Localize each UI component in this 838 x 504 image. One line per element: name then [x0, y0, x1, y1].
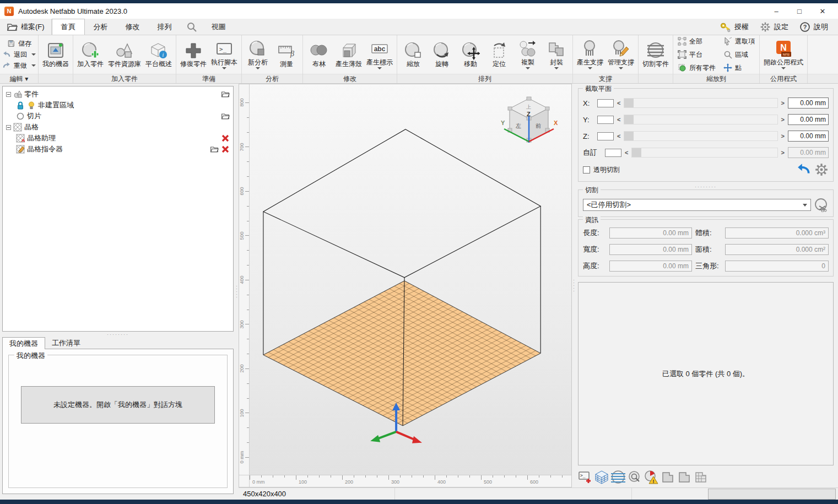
pack-tool-icon[interactable]	[661, 470, 675, 484]
new-analysis-dropdown-caret[interactable]	[256, 67, 260, 69]
clip-z-slider-thumb[interactable]	[624, 132, 634, 140]
redo-button[interactable]: 重做	[2, 61, 36, 71]
measure-button[interactable]: 測量	[273, 41, 300, 68]
tree-item-parts[interactable]: 零件	[4, 89, 232, 100]
tree-item-no-build-zone[interactable]: 非建置區域	[14, 100, 232, 111]
add-script-icon[interactable]	[578, 470, 592, 484]
clip-z-increment[interactable]: >	[781, 133, 785, 139]
tab-analysis[interactable]: 分析	[85, 19, 117, 35]
new-analysis-button[interactable]: 新分析	[244, 40, 272, 69]
undo-button[interactable]: 退回	[2, 50, 36, 59]
clip-x-slider[interactable]	[624, 98, 777, 108]
license-button[interactable]: 授權	[716, 21, 753, 32]
tab-home[interactable]: 首頁	[52, 19, 85, 35]
viewport-3d[interactable]: 8007006005004003002001000 mm	[239, 84, 572, 487]
maximize-button[interactable]: □	[788, 4, 810, 18]
execute-cut-icon[interactable]	[814, 198, 829, 212]
open-utility-dropdown-caret[interactable]	[781, 67, 786, 69]
pack-tool-alt-icon[interactable]	[677, 470, 691, 484]
clip-y-toggle[interactable]	[597, 116, 614, 124]
platform-overview-button[interactable]: 平台概述	[144, 41, 174, 68]
cube-face-front-label[interactable]: 前	[536, 123, 541, 129]
help-button[interactable]: 說明	[795, 21, 832, 32]
analysis-warning-icon[interactable]	[644, 470, 658, 484]
clip-custom-increment[interactable]: >	[781, 149, 785, 156]
create-label-dropdown-caret[interactable]	[377, 67, 382, 69]
tab-job-list[interactable]: 工作清單	[45, 337, 87, 349]
scene-canvas[interactable]: Y X 上 Z 左 前	[250, 84, 571, 475]
transparent-cut-checkbox[interactable]	[583, 166, 590, 174]
lock-icon[interactable]	[16, 101, 25, 110]
zoom-all-parts-button[interactable]: 所有零件	[678, 63, 716, 73]
tab-my-machines[interactable]: 我的機器	[2, 337, 45, 349]
clip-x-toggle[interactable]	[597, 99, 614, 107]
collapse-icon[interactable]	[6, 92, 11, 97]
minimize-button[interactable]: –	[765, 4, 787, 18]
inspect-zoom-icon[interactable]	[628, 470, 642, 484]
close-button[interactable]: ✕	[812, 4, 834, 18]
clip-custom-slider[interactable]	[631, 148, 777, 158]
setup-machine-button[interactable]: 未設定機器。開啟「我的機器」對話方塊	[21, 386, 215, 424]
file-menu-button[interactable]: 檔案(F)	[0, 19, 52, 35]
clip-x-decrement[interactable]: <	[617, 100, 620, 106]
cut-part-button[interactable]: 切割零件	[641, 41, 671, 68]
cut-mode-dropdown[interactable]: <已停用切割>	[583, 199, 811, 211]
zoom-region-button[interactable]: 區域	[723, 50, 755, 59]
manage-support-button[interactable]: 管理支撐	[606, 40, 636, 69]
open-utility-button[interactable]: 開啟公用程式	[762, 40, 805, 69]
manage-support-dropdown-caret[interactable]	[619, 67, 623, 69]
open-folder-icon[interactable]	[221, 90, 230, 99]
orient-button[interactable]: 定位	[485, 41, 513, 68]
slice-view-icon[interactable]	[611, 470, 625, 484]
part-library-button[interactable]: 零件資源庫	[106, 41, 143, 68]
undo-dropdown-caret[interactable]	[31, 53, 36, 56]
tree-item-lattice[interactable]: 晶格	[4, 122, 232, 133]
save-button[interactable]: 儲存	[7, 39, 31, 48]
clip-x-increment[interactable]: >	[781, 100, 785, 106]
rotate-button[interactable]: 旋轉	[428, 41, 456, 68]
create-shell-button[interactable]: 產生薄殼	[334, 41, 364, 68]
clip-custom-slider-thumb[interactable]	[632, 148, 641, 157]
redo-dropdown-caret[interactable]	[31, 64, 36, 67]
pack-dropdown-caret[interactable]	[554, 67, 559, 69]
add-part-button[interactable]: 加入零件	[75, 41, 105, 68]
clip-z-value[interactable]: 0.00 mm	[788, 131, 829, 142]
tab-view[interactable]: 視圖	[203, 19, 235, 35]
tab-arrange[interactable]: 排列	[149, 19, 181, 35]
bulb-icon[interactable]	[27, 101, 36, 110]
ribbon-search-button[interactable]	[181, 19, 203, 35]
delete-icon[interactable]	[221, 145, 230, 154]
create-label-button[interactable]: 產生標示	[365, 40, 394, 69]
settings-button[interactable]: 設定	[755, 21, 793, 32]
open-folder-icon[interactable]	[221, 112, 230, 121]
cube-face-top-label[interactable]: 上	[526, 104, 531, 110]
generate-support-button[interactable]: 產生支撐	[575, 40, 605, 69]
my-machines-button[interactable]: 我的機器	[41, 41, 71, 68]
tree-item-slices[interactable]: 切片	[14, 111, 232, 122]
clip-z-slider[interactable]	[624, 131, 777, 141]
clip-y-slider[interactable]	[624, 115, 777, 124]
lattice-cube-icon[interactable]	[594, 470, 609, 484]
clip-x-slider-thumb[interactable]	[624, 99, 634, 107]
zoom-selection-button[interactable]: 選取項	[723, 37, 755, 46]
zoom-point-button[interactable]: 點	[723, 63, 755, 73]
run-script-dropdown-caret[interactable]	[222, 67, 226, 69]
repair-part-button[interactable]: 修復零件	[179, 41, 208, 68]
right-vertical-splitter[interactable]	[572, 84, 576, 487]
clip-y-increment[interactable]: >	[781, 116, 785, 123]
right-panel-splitter[interactable]	[578, 184, 834, 189]
left-panel-splitter[interactable]	[2, 332, 234, 337]
clip-z-toggle[interactable]	[597, 132, 614, 140]
zoom-all-button[interactable]: 全部	[678, 37, 716, 46]
group-label-edit[interactable]: 編輯 ▾	[0, 74, 38, 83]
scale-button[interactable]: 縮放	[399, 41, 427, 68]
left-vertical-splitter[interactable]	[235, 84, 239, 500]
reset-clipping-icon[interactable]	[797, 162, 811, 177]
clipping-settings-gear-icon[interactable]	[814, 162, 829, 177]
delete-icon[interactable]	[221, 134, 230, 143]
clip-x-value[interactable]: 0.00 mm	[788, 97, 829, 109]
tree-item-lattice-commander[interactable]: 晶格指令器	[14, 144, 232, 155]
duplicate-button[interactable]: 複製	[514, 40, 542, 69]
duplicate-dropdown-caret[interactable]	[526, 67, 530, 69]
boolean-button[interactable]: 布林	[305, 41, 333, 68]
